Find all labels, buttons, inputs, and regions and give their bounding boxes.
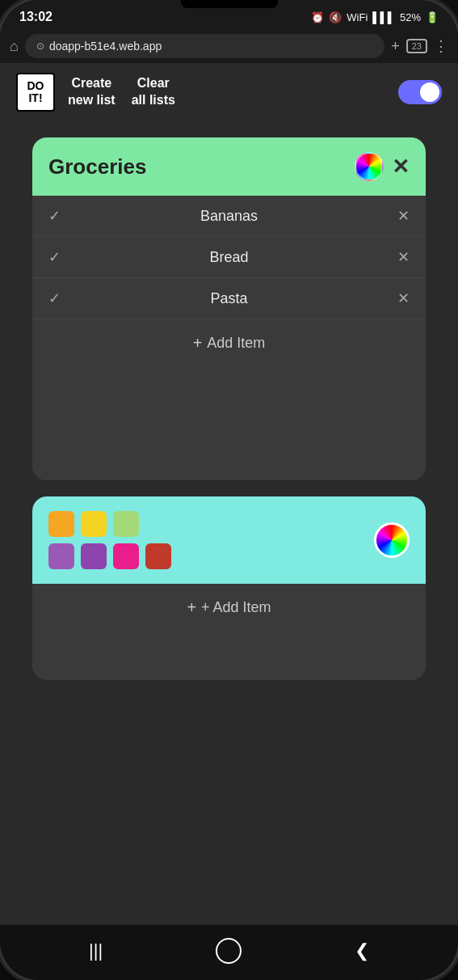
swatch-red[interactable]: [145, 543, 171, 569]
tab-count[interactable]: 23: [406, 39, 427, 53]
swatch-yellow[interactable]: [81, 511, 107, 537]
color-swatches: [48, 511, 171, 569]
browser-add[interactable]: +: [391, 38, 400, 55]
groceries-items: ✓ Bananas ✕ ✓ Bread ✕ ✓ Pasta ✕: [32, 196, 426, 480]
bottom-nav: ||| ❮: [0, 925, 458, 980]
color-wheel-button[interactable]: [374, 522, 410, 558]
nav-home-button[interactable]: [216, 938, 242, 964]
item-text-bananas: Bananas: [73, 208, 385, 225]
battery-icon: 🔋: [426, 11, 439, 23]
url-box[interactable]: ⊙ doapp-b51e4.web.app: [25, 34, 384, 58]
url-text: doapp-b51e4.web.app: [49, 40, 162, 53]
browser-menu[interactable]: ⋮: [434, 37, 448, 55]
groceries-list-card: Groceries ✕ ✓ Bananas ✕ ✓ Bread ✕: [32, 137, 426, 480]
swatch-purple-light[interactable]: [48, 543, 74, 569]
list-item: ✓ Bananas ✕: [32, 196, 426, 237]
item-delete-bread[interactable]: ✕: [385, 248, 410, 266]
swatch-green[interactable]: [113, 511, 139, 537]
swatch-purple-dark[interactable]: [81, 543, 107, 569]
alarm-icon: ⏰: [311, 11, 324, 23]
groceries-title: Groceries: [48, 154, 146, 180]
groceries-header: Groceries ✕: [32, 137, 426, 196]
color-row-1: [48, 511, 171, 537]
groceries-header-actions: ✕: [355, 152, 410, 181]
list-item: ✓ Pasta ✕: [32, 278, 426, 319]
app-header: DOIT! Create new list Clear all lists: [0, 63, 458, 121]
add-item-button[interactable]: + Add Item: [32, 319, 426, 367]
second-list-header: [32, 496, 426, 584]
item-text-pasta: Pasta: [73, 290, 385, 307]
item-delete-pasta[interactable]: ✕: [385, 289, 410, 307]
swatch-orange[interactable]: [48, 511, 74, 537]
battery-text: 52%: [400, 11, 421, 23]
home-icon[interactable]: ⌂: [10, 38, 19, 55]
empty-area: [32, 367, 426, 480]
second-add-item-plus-icon: +: [187, 598, 196, 617]
second-list-body: + + Add Item: [32, 584, 426, 680]
color-row-2: [48, 543, 171, 569]
create-new-list-button[interactable]: Create new list: [68, 75, 116, 109]
nav-recent-button[interactable]: |||: [89, 940, 103, 961]
top-notch: [181, 0, 278, 8]
add-item-label: Add Item: [207, 335, 265, 352]
item-check-bread[interactable]: ✓: [48, 248, 73, 266]
app-logo: DOIT!: [16, 73, 55, 112]
status-icons: ⏰ 🔇 WiFi ▌▌▌ 52% 🔋: [311, 11, 439, 23]
second-empty-area: [32, 632, 426, 680]
logo-text: DOIT!: [27, 80, 44, 105]
wifi-icon: WiFi: [347, 11, 368, 23]
second-add-item-label: + Add Item: [201, 599, 271, 616]
close-list-button[interactable]: ✕: [392, 156, 410, 177]
clear-all-lists-button[interactable]: Clear all lists: [132, 75, 175, 109]
second-add-item-button[interactable]: + + Add Item: [32, 584, 426, 632]
item-check-pasta[interactable]: ✓: [48, 289, 73, 307]
status-time: 13:02: [19, 10, 53, 24]
secure-icon: ⊙: [36, 40, 44, 52]
swatch-pink[interactable]: [113, 543, 139, 569]
nav-back-button[interactable]: ❮: [355, 940, 369, 961]
app-nav: Create new list Clear all lists: [68, 75, 385, 109]
browser-bar: ⌂ ⊙ doapp-b51e4.web.app + 23 ⋮: [0, 29, 458, 63]
item-delete-bananas[interactable]: ✕: [385, 207, 410, 225]
signal-icon: ▌▌▌: [372, 11, 395, 23]
phone-frame: 13:02 ⏰ 🔇 WiFi ▌▌▌ 52% 🔋 ⌂ ⊙ doapp-b51e4…: [0, 0, 458, 980]
second-list-card: + + Add Item: [32, 496, 426, 680]
item-text-bread: Bread: [73, 249, 385, 266]
list-item: ✓ Bread ✕: [32, 237, 426, 278]
toggle-switch[interactable]: [398, 80, 442, 104]
item-check-bananas[interactable]: ✓: [48, 207, 73, 225]
color-picker-button[interactable]: [355, 152, 384, 181]
mute-icon: 🔇: [329, 11, 342, 23]
add-item-plus-icon: +: [193, 334, 203, 353]
toggle-knob: [420, 82, 439, 102]
app-content: Groceries ✕ ✓ Bananas ✕ ✓ Bread ✕: [0, 121, 458, 925]
